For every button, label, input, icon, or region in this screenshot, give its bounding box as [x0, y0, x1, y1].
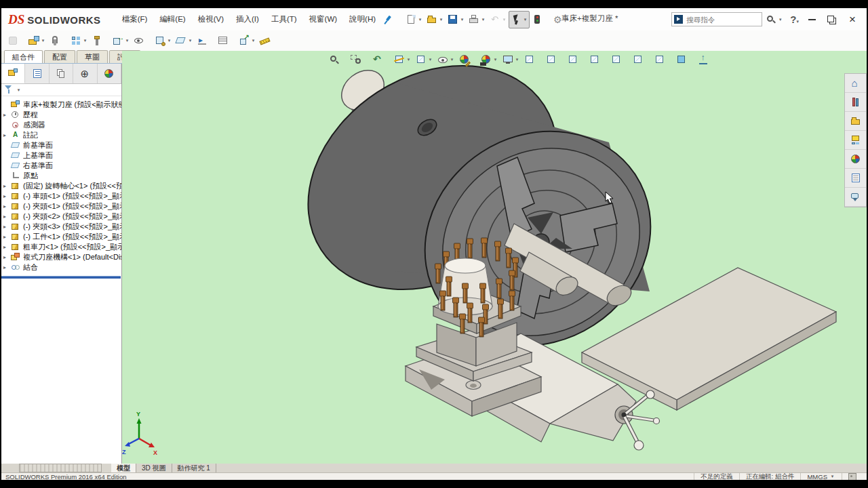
filter-funnel-icon[interactable]	[3, 84, 16, 96]
menu-window[interactable]: 視窗(W)	[303, 12, 344, 27]
appearances-scenes-button[interactable]	[845, 150, 866, 169]
move-component-button[interactable]	[111, 31, 132, 50]
menu-file[interactable]: 檔案(F)	[116, 12, 154, 27]
view-settings-button[interactable]	[500, 52, 521, 68]
tree-item-annotations[interactable]: 註記	[1, 130, 121, 140]
tree-item-workpiece[interactable]: (-) 工件<1> (預設<<預設>_顯示狀態 1>	[1, 232, 121, 242]
smart-fasteners-button[interactable]	[90, 31, 111, 50]
tree-item-right-plane[interactable]: 右基準面	[1, 161, 121, 171]
tree-item-jaw-1[interactable]: (-) 夾頭<1> (預設<<預設>_顯示狀態 1>	[1, 201, 121, 211]
dimxpertmanager-tab[interactable]	[73, 64, 97, 83]
search-input[interactable]	[685, 15, 762, 24]
linear-component-pattern-button[interactable]	[68, 31, 90, 50]
menu-tools[interactable]: 工具(T)	[265, 12, 303, 27]
zoom-to-fit-button[interactable]	[327, 52, 348, 68]
open-button[interactable]	[425, 11, 446, 28]
tab-assembly[interactable]: 組合件	[4, 50, 43, 63]
new-motion-study-button[interactable]	[195, 31, 216, 50]
graphics-viewport[interactable]: Y X Z	[122, 51, 867, 464]
menu-insert[interactable]: 插入(I)	[230, 12, 265, 27]
menu-help[interactable]: 說明(H)	[343, 12, 382, 27]
tab-sketch[interactable]: 草圖	[77, 50, 108, 63]
tree-item-top-plane[interactable]: 上基準面	[1, 150, 121, 161]
solidworks-resources-button[interactable]	[845, 74, 866, 93]
tags-button[interactable]	[842, 473, 863, 480]
tree-item-compound-rest[interactable]: 複式刀座機構<1> (Default<Display State-1>)	[1, 252, 121, 262]
design-library-button[interactable]	[845, 93, 866, 112]
tree-item-headstock[interactable]: (-) 車頭<1> (預設<<預設>_顯示狀態 1>	[1, 191, 121, 201]
insert-component-button[interactable]	[26, 31, 47, 50]
tree-item-spindle-axis[interactable]: (固定) 旋轉軸心<1> (預設<<預設>_顯示狀態 1>	[1, 181, 121, 191]
displaymanager-tab[interactable]	[98, 64, 121, 83]
mate-button[interactable]	[47, 31, 68, 50]
exploded-view-button[interactable]	[237, 31, 258, 50]
view-front-button[interactable]	[522, 52, 543, 68]
tab-scroll-control[interactable]	[19, 464, 102, 472]
hide-show-items-button[interactable]	[435, 52, 456, 68]
view-back-button[interactable]	[544, 52, 565, 68]
zoom-to-area-button[interactable]	[349, 52, 370, 68]
file-explorer-button[interactable]	[845, 112, 866, 131]
tree-item-mates[interactable]: 結合	[1, 262, 121, 272]
search-submit-button[interactable]	[765, 14, 783, 26]
view-top-button[interactable]	[609, 52, 630, 68]
view-right-button[interactable]	[587, 52, 608, 68]
print-button[interactable]	[467, 11, 488, 28]
reference-geometry-button[interactable]	[174, 31, 195, 50]
solidworks-forum-button[interactable]	[845, 188, 866, 207]
show-hidden-components-button[interactable]	[132, 31, 153, 50]
normal-to-button[interactable]	[696, 52, 717, 68]
tree-root[interactable]: 車床+複製刀座 (預設<顯示狀態-1>)	[1, 100, 121, 110]
save-button[interactable]	[446, 11, 467, 28]
view-bottom-button[interactable]	[631, 52, 652, 68]
select-button[interactable]	[509, 11, 530, 28]
tree-item-history[interactable]: 歷程	[1, 110, 121, 120]
propertymanager-tab[interactable]	[25, 64, 49, 83]
tree-item-origin[interactable]: 原點	[1, 171, 121, 181]
tab-motion-study-1[interactable]: 動作研究 1	[172, 464, 216, 472]
motion-icon	[196, 35, 208, 47]
assembly-features-button[interactable]	[153, 31, 174, 50]
minimize-button[interactable]	[802, 12, 822, 27]
menu-edit[interactable]: 編輯(E)	[153, 12, 191, 27]
previous-view-button[interactable]	[370, 52, 391, 68]
restore-button[interactable]	[822, 12, 842, 27]
view-dimetric-button[interactable]	[652, 52, 673, 68]
rebuild-button[interactable]	[530, 11, 551, 28]
section-view-button[interactable]	[392, 52, 413, 68]
tree-item-jaw-2[interactable]: (-) 夾頭<2> (預設<<預設>_顯示狀態 1>	[1, 211, 121, 222]
part-icon	[10, 242, 21, 252]
triad-x-label: X	[153, 449, 157, 456]
configurationmanager-tab[interactable]	[50, 64, 73, 83]
tree-item-sensors[interactable]: 感測器	[1, 120, 121, 130]
menu-view[interactable]: 檢視(V)	[192, 12, 230, 27]
view-left-button[interactable]	[566, 52, 587, 68]
help-button[interactable]: ?	[787, 14, 802, 25]
eye-icon	[437, 54, 449, 66]
instant3d-button[interactable]	[258, 31, 279, 50]
panel-splitter[interactable]	[122, 51, 124, 464]
close-button[interactable]	[842, 12, 863, 27]
mates-icon	[10, 262, 21, 272]
display-style-button[interactable]	[414, 52, 435, 68]
tree-item-front-plane[interactable]: 前基準面	[1, 140, 121, 150]
units-selector[interactable]: MMGS	[800, 473, 842, 480]
tab-layout[interactable]: 配置	[44, 50, 75, 63]
tree-item-roughing-tool[interactable]: 粗車刀<1> (預設<<預設>_顯示狀態 1>	[1, 242, 121, 252]
edit-appearance-button[interactable]	[457, 52, 478, 68]
apply-scene-button[interactable]	[479, 52, 500, 68]
view-palette-button[interactable]	[845, 131, 866, 150]
tab-model[interactable]: 模型	[111, 464, 136, 472]
tree-item-jaw-3[interactable]: (-) 夾頭<3> (預設<<預設>_顯示狀態 1>	[1, 222, 121, 232]
featuremanager-tab[interactable]	[1, 64, 25, 83]
tab-3d-views[interactable]: 3D 視圖	[136, 464, 172, 472]
custom-properties-button[interactable]	[845, 169, 866, 188]
bill-of-materials-button[interactable]	[216, 31, 237, 50]
cube-view-right-icon	[589, 54, 601, 66]
edit-component-button[interactable]	[5, 31, 26, 50]
view-isometric-button[interactable]	[674, 52, 695, 68]
pin-icon[interactable]	[382, 14, 394, 26]
undo-button[interactable]	[488, 11, 509, 28]
rollback-bar[interactable]	[1, 276, 121, 279]
new-button[interactable]	[403, 11, 425, 28]
